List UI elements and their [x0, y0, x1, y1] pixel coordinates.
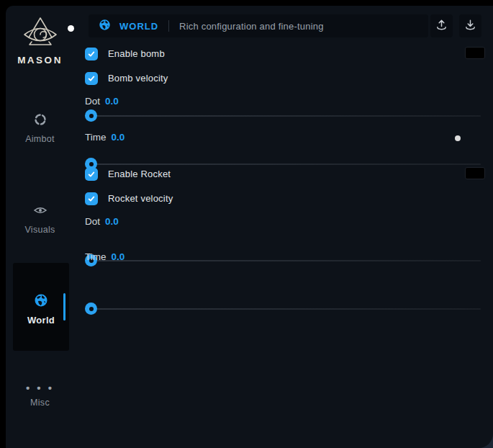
slider-track[interactable] [85, 115, 481, 117]
check-icon [87, 194, 96, 203]
slider-value: 0.0 [105, 96, 119, 107]
check-icon [87, 170, 96, 179]
globe-icon [34, 293, 48, 310]
app-logo: MASON [6, 16, 74, 66]
enable-rocket-checkbox[interactable] [85, 168, 98, 181]
sidebar-item-misc[interactable]: • • • Misc [6, 383, 74, 408]
checkbox-row-rocket-velocity: Rocket velocity [85, 192, 481, 205]
sidebar: MASON Aimbot Visuals [6, 6, 74, 448]
slider-value: 0.0 [112, 251, 125, 262]
checkbox-label: Bomb velocity [108, 73, 168, 84]
rocket-velocity-checkbox[interactable] [85, 192, 98, 205]
settings-panel: Enable bomb Bomb velocity Dot 0.0 [85, 6, 481, 448]
checkbox-label: Enable Rocket [108, 169, 171, 179]
slider-value: 0.0 [105, 216, 119, 227]
checkbox-label: Rocket velocity [108, 193, 173, 204]
app-window: MASON Aimbot Visuals [6, 6, 493, 448]
rocket-time-slider[interactable] [85, 303, 481, 315]
checkbox-row-bomb-velocity: Bomb velocity [85, 71, 481, 85]
bomb-dot-slider[interactable] [85, 109, 481, 122]
sidebar-item-label: World [27, 315, 55, 326]
check-icon [87, 74, 96, 83]
eye-icon [33, 203, 48, 220]
slider-value: 0.0 [112, 132, 125, 143]
slider-knob[interactable] [85, 303, 97, 315]
check-icon [87, 50, 96, 58]
slider-name: Time [85, 132, 107, 143]
enable-bomb-checkbox[interactable] [85, 48, 98, 61]
sidebar-item-label: Misc [30, 398, 50, 408]
ellipsis-icon: • • • [26, 383, 54, 393]
rocket-color-swatch[interactable] [465, 167, 485, 179]
slider-label-bomb-time: Time 0.0 [85, 131, 481, 143]
screen: MASON Aimbot Visuals [0, 0, 493, 448]
slider-label-bomb-dot: Dot 0.0 [85, 95, 481, 107]
slider-label-rocket-dot: Dot 0.0 [85, 215, 481, 227]
checkbox-label: Enable bomb [108, 48, 165, 59]
mason-eye-pyramid-icon [6, 16, 74, 50]
bomb-color-swatch[interactable] [465, 47, 485, 59]
sidebar-item-label: Visuals [24, 225, 55, 235]
slider-name: Dot [85, 96, 100, 107]
slider-knob[interactable] [85, 109, 97, 122]
logo-title: MASON [6, 55, 74, 66]
overlay-dot [455, 135, 461, 141]
sidebar-item-aimbot[interactable]: Aimbot [6, 112, 74, 144]
slider-track[interactable] [85, 308, 481, 310]
checkbox-row-enable-rocket: Enable Rocket [85, 167, 481, 181]
sidebar-item-world[interactable]: World [13, 263, 69, 351]
slider-track[interactable] [85, 163, 481, 165]
sidebar-item-visuals[interactable]: Visuals [6, 203, 74, 235]
active-indicator-bar [63, 293, 65, 321]
crosshair-icon [33, 112, 48, 130]
slider-name: Dot [85, 216, 100, 227]
overlay-dot [68, 25, 74, 32]
bomb-velocity-checkbox[interactable] [85, 72, 98, 85]
checkbox-row-enable-bomb: Enable bomb [85, 47, 481, 61]
sidebar-item-label: Aimbot [25, 134, 55, 144]
slider-label-rocket-time: Time 0.0 [85, 251, 481, 262]
slider-name: Time [85, 251, 107, 262]
